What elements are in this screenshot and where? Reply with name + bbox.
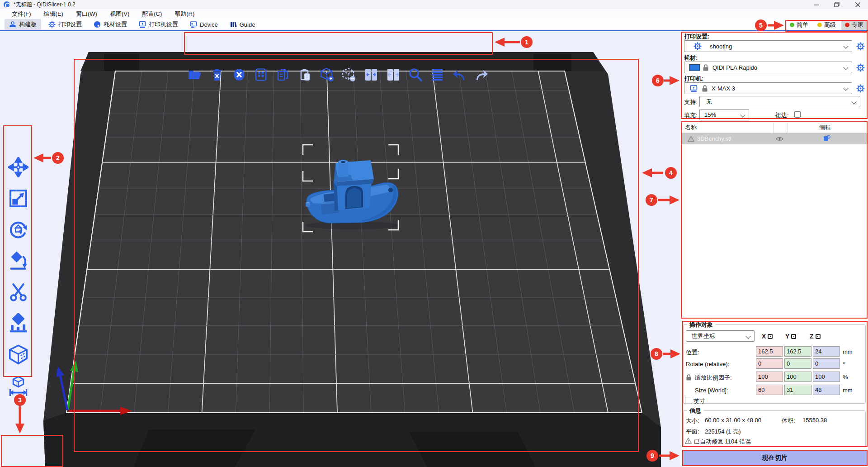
measure-tool[interactable] xyxy=(8,376,28,396)
remove-instance-button[interactable] xyxy=(341,67,357,82)
coordinate-system-select[interactable]: 世界坐标 xyxy=(686,330,755,342)
delete-all-icon xyxy=(232,68,246,81)
minimize-icon xyxy=(814,2,819,7)
infill-select[interactable]: 15% xyxy=(699,109,749,120)
minimize-button[interactable] xyxy=(806,0,826,9)
mode-simple[interactable]: 简单 xyxy=(786,20,812,30)
menu-config[interactable]: 配置(C) xyxy=(136,10,168,18)
tab-plater[interactable]: 构建板 xyxy=(5,19,41,30)
printer-gear-button[interactable] xyxy=(855,82,866,94)
filament-gear-button[interactable] xyxy=(855,62,866,73)
info-facets-label: 平面: xyxy=(686,428,699,436)
undo-button[interactable] xyxy=(452,67,467,82)
size-z-input[interactable] xyxy=(813,385,840,395)
chevron-down-icon xyxy=(843,86,848,91)
chevron-down-icon xyxy=(851,99,856,104)
restore-icon xyxy=(834,2,840,7)
brim-checkbox[interactable] xyxy=(794,111,801,118)
mode-switcher: 简单 高级 专家 xyxy=(786,20,867,30)
paste-button[interactable] xyxy=(297,67,313,82)
gear-icon xyxy=(856,63,865,72)
lock-icon xyxy=(702,85,708,92)
settings-panel: 打印设置: shooting 耗材: QIDI PLA Rapido 打印机: … xyxy=(681,31,868,467)
scale-z-input[interactable] xyxy=(813,372,840,382)
mode-expert[interactable]: 专家 xyxy=(841,20,867,30)
cut-scissors-icon xyxy=(8,282,28,302)
add-instance-button[interactable] xyxy=(320,67,335,82)
open-button[interactable] xyxy=(187,67,203,82)
auto-repaired-text: 已自动修复 1104 错误 xyxy=(694,438,751,446)
arrange-button[interactable] xyxy=(253,67,269,82)
uniform-scale-lock-icon[interactable] xyxy=(686,374,692,381)
arrange-icon xyxy=(254,68,268,81)
scale-x-input[interactable] xyxy=(756,372,783,382)
print-settings-select[interactable]: shooting xyxy=(684,40,852,52)
menu-file[interactable]: 文件(F) xyxy=(5,10,38,18)
redo-button[interactable] xyxy=(474,67,489,82)
size-y-input[interactable] xyxy=(784,385,811,395)
mode-simple-label: 简单 xyxy=(797,21,808,29)
warning-icon xyxy=(685,438,692,444)
menu-view[interactable]: 视图(V) xyxy=(104,10,136,18)
viewport-3d[interactable] xyxy=(0,31,681,467)
rotate-tool[interactable] xyxy=(8,219,28,240)
lock-icon xyxy=(703,64,709,71)
infill-value: 15% xyxy=(704,111,716,118)
print-settings-value: shooting xyxy=(710,43,732,50)
split-to-parts-button[interactable] xyxy=(386,67,401,82)
delete-button[interactable] xyxy=(209,67,225,82)
tab-device[interactable]: Device xyxy=(185,19,222,29)
rotate-x-input[interactable] xyxy=(756,358,783,369)
move-tool[interactable] xyxy=(8,157,28,177)
support-select[interactable]: 无 xyxy=(699,96,860,107)
object-list-row[interactable]: 3DBenchy.stl xyxy=(681,133,868,144)
tab-print-settings[interactable]: 打印设置 xyxy=(44,19,86,30)
rotate-z-input[interactable] xyxy=(813,358,840,369)
position-y-input[interactable] xyxy=(784,346,811,357)
tab-guide[interactable]: Guide xyxy=(225,19,260,29)
scale-tool[interactable] xyxy=(8,188,28,209)
position-x-input[interactable] xyxy=(756,346,783,357)
scale-icon xyxy=(8,188,28,209)
close-button[interactable] xyxy=(847,0,868,9)
tab-printer-settings[interactable]: 打印机设置 xyxy=(134,19,183,30)
slice-now-button[interactable]: 现在切片 xyxy=(682,450,867,466)
paint-support-tool[interactable] xyxy=(8,313,28,334)
mode-expert-label: 专家 xyxy=(852,21,863,29)
edit-object-icon[interactable] xyxy=(823,135,830,142)
tab-bar: 构建板 打印设置 耗材设置 打印机设置 Device Guide 简单 xyxy=(0,19,868,31)
mode-advanced[interactable]: 高级 xyxy=(814,20,840,30)
printer-select[interactable]: X-MAX 3 xyxy=(684,82,852,94)
menu-edit[interactable]: 编辑(E) xyxy=(38,10,70,18)
place-on-face-tool[interactable] xyxy=(8,251,28,271)
filament-value: QIDI PLA Rapido xyxy=(712,64,757,71)
scale-unit: % xyxy=(843,374,848,381)
restore-button[interactable] xyxy=(826,0,847,9)
variable-layer-height-button[interactable] xyxy=(429,67,445,82)
info-volume-label: 体积: xyxy=(782,417,795,425)
cut-tool[interactable] xyxy=(8,282,28,302)
menu-help[interactable]: 帮助(H) xyxy=(168,10,201,18)
seam-tool[interactable] xyxy=(8,344,28,365)
copy-button[interactable] xyxy=(275,67,291,82)
tab-filament-settings[interactable]: 耗材设置 xyxy=(89,19,132,30)
split-objects-icon xyxy=(364,68,378,81)
object-list-header: 名称 编辑 xyxy=(681,122,868,133)
search-button[interactable] xyxy=(408,67,423,82)
filament-select[interactable]: QIDI PLA Rapido xyxy=(684,62,852,73)
delete-all-button[interactable] xyxy=(231,67,247,82)
tab-printer-settings-label: 打印机设置 xyxy=(149,20,178,29)
print-settings-gear-button[interactable] xyxy=(855,40,866,52)
rotate-y-input[interactable] xyxy=(784,358,811,369)
paste-icon xyxy=(298,68,312,81)
inches-checkbox[interactable] xyxy=(685,397,691,403)
gear-icon xyxy=(856,42,865,51)
menu-window[interactable]: 窗口(W) xyxy=(70,10,104,18)
position-z-input[interactable] xyxy=(813,346,840,357)
scale-y-input[interactable] xyxy=(784,372,811,382)
size-x-input[interactable] xyxy=(756,385,783,395)
paint-support-icon xyxy=(8,313,28,334)
split-to-objects-button[interactable] xyxy=(363,67,379,82)
printer-icon xyxy=(139,21,146,28)
eye-visibility-icon[interactable] xyxy=(776,136,783,142)
